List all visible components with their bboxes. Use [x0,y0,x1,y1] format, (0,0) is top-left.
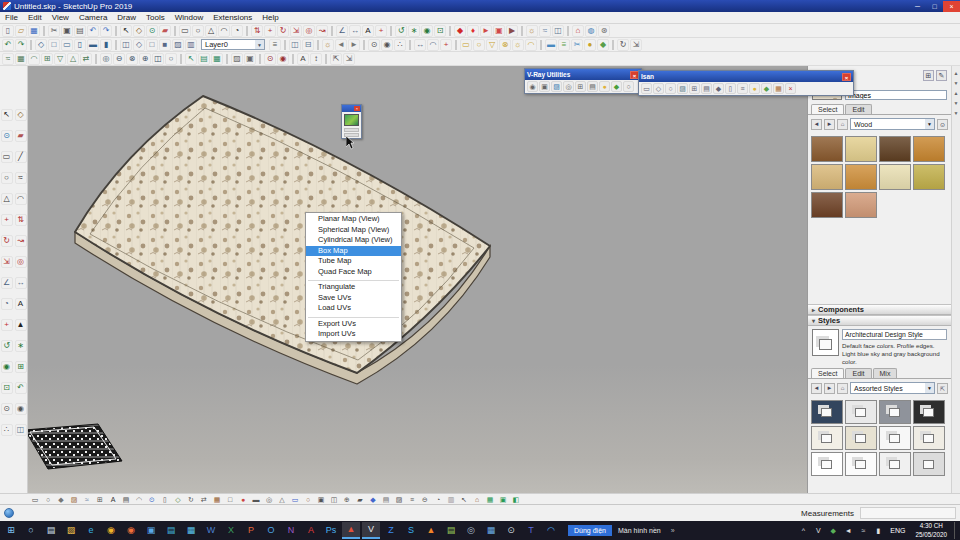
measurements-input[interactable] [860,507,956,519]
teams-icon[interactable]: T [522,522,540,539]
power-plan-label[interactable]: Dùng điện [568,525,612,536]
match-photo-icon[interactable]: ▨ [231,53,243,65]
scroll-up-icon[interactable]: ▲ [954,70,959,76]
menu-item[interactable]: File [0,13,23,22]
style-thumb-2[interactable] [845,400,877,424]
style-thumb-1[interactable] [811,400,843,424]
dock-tool-icon[interactable]: ↖ [459,494,469,504]
vray-utilities-icon-2[interactable]: ▣ [539,81,550,92]
back-view-icon[interactable]: ▬ [87,39,99,51]
firefox-icon[interactable]: ◉ [122,522,140,539]
dock-tool-icon[interactable]: ⇄ [199,494,209,504]
protractor-icon[interactable]: ◠ [427,39,439,51]
freehand-tool-icon[interactable]: ≈ [15,172,27,184]
isan-icon-7[interactable]: ◆ [713,83,724,94]
outlook-icon[interactable]: O [262,522,280,539]
context-menu-item[interactable]: Import UVs [306,329,401,340]
onenote-icon[interactable]: N [282,522,300,539]
chevron-down-icon[interactable]: ▾ [812,317,815,324]
section-cut-icon[interactable]: ⊟ [302,39,314,51]
components-section-header[interactable]: ▸ Components [808,304,951,315]
wood-swatch-light[interactable] [845,136,877,162]
export-icon[interactable]: ⇲ [343,53,355,65]
make-component-icon[interactable]: ◇ [133,25,145,37]
axes-icon[interactable]: + [1,319,13,331]
vray-omni-light-icon[interactable]: ☼ [512,39,524,51]
protractor-icon[interactable]: ◔ [1,298,13,310]
orbit-icon[interactable]: ↺ [395,25,407,37]
preferences-icon[interactable]: ⊛ [598,25,610,37]
iso-view-icon[interactable]: ◇ [35,39,47,51]
next-view-icon[interactable]: ↷ [15,39,27,51]
dock-tool-icon[interactable]: ⊙ [147,494,157,504]
menu-item[interactable]: Edit [23,13,47,22]
clock[interactable]: 4:30 CH 25/05/2020 [911,522,951,538]
isan-icon-4[interactable]: ▨ [677,83,688,94]
dimensions-icon[interactable]: ↕ [310,53,322,65]
pan-tool-icon[interactable]: ∗ [15,340,27,352]
dock-tool-icon[interactable]: ▥ [446,494,456,504]
select-tool-icon[interactable]: ↖ [120,25,132,37]
vray-sphere-light-icon[interactable]: ○ [473,39,485,51]
dock-tool-icon[interactable]: ▭ [290,494,300,504]
dock-tool-icon[interactable]: ◠ [134,494,144,504]
rotate-icon[interactable]: ↻ [277,25,289,37]
dock-tool-icon[interactable]: ≈ [82,494,92,504]
eraser-tool-icon[interactable]: ▰ [159,25,171,37]
position-camera-icon[interactable]: ⊙ [1,403,13,415]
dock-tool-icon[interactable]: ▤ [381,494,391,504]
styles-tab-edit[interactable]: Edit [845,368,871,378]
open-icon[interactable]: ▱ [15,25,27,37]
menu-item[interactable]: Help [257,13,283,22]
push-pull-tool-icon[interactable]: ⇅ [15,214,27,226]
notepad-icon[interactable]: ▤ [442,522,460,539]
show-desktop-button[interactable] [954,522,958,539]
dock-tool-icon[interactable]: □ [225,494,235,504]
vray-utilities-titlebar[interactable]: V-Ray Utilities × [525,69,641,80]
chevron-down-icon[interactable]: ▼ [925,119,934,129]
isan-icon-6[interactable]: ▤ [701,83,712,94]
isan-icon-12[interactable]: ▦ [773,83,784,94]
scroll-down-icon[interactable]: ▼ [954,100,959,106]
vray-proxy-icon[interactable]: ◆ [597,39,609,51]
wood-swatch-walnut[interactable] [811,192,843,218]
vray-utilities-icon-8[interactable]: ◆ [611,81,622,92]
walk-icon[interactable]: ∴ [1,424,13,436]
wood-swatch-orange[interactable] [913,136,945,162]
photos-icon[interactable]: ▣ [142,522,160,539]
context-menu-item[interactable]: Save UVs [306,293,401,304]
move-tool-icon[interactable]: + [1,214,13,226]
dock-tool-icon[interactable]: ▬ [251,494,261,504]
style-thumb-11[interactable] [879,452,911,476]
3d-text-icon[interactable]: ▲ [15,319,27,331]
pan-icon[interactable]: ∗ [408,25,420,37]
vray-infinite-plane-icon[interactable]: ▬ [545,39,557,51]
volume-icon[interactable]: ◄ [842,522,854,539]
solid-intersect-icon[interactable]: ⊕ [139,53,151,65]
pie-tool-icon[interactable]: ◔ [231,25,243,37]
isan-icon-2[interactable]: ◇ [653,83,664,94]
detach-icon[interactable]: ⇱ [937,383,948,394]
vray-clipper-icon[interactable]: ✂ [571,39,583,51]
circle-tool-icon[interactable]: ○ [1,172,13,184]
shadow-later-icon[interactable]: ► [348,39,360,51]
look-around-icon[interactable]: ◉ [15,403,27,415]
isan-icon-1[interactable]: ▭ [641,83,652,94]
walk-icon[interactable]: ∴ [394,39,406,51]
dock-tool-icon[interactable]: A [108,494,118,504]
shield-icon[interactable]: ◆ [827,522,839,539]
photoshop-icon[interactable]: Ps [322,522,340,539]
menu-item[interactable]: Camera [74,13,112,22]
material-name-input[interactable] [845,90,947,100]
dock-tool-icon[interactable]: ▦ [485,494,495,504]
task-view-icon[interactable]: ▤ [42,522,60,539]
offset-tool-icon[interactable]: ◎ [15,256,27,268]
context-menu-item[interactable]: Export UVs [306,319,401,330]
sketchup-icon[interactable]: ▲ [342,522,360,539]
rectangle-tool-icon[interactable]: ▭ [1,151,13,163]
section-display-icon[interactable]: ◫ [289,39,301,51]
dock-tool-icon[interactable]: ▯ [160,494,170,504]
materials-collection-dropdown[interactable]: Wood ▼ [850,118,935,130]
context-menu-item[interactable]: Spherical Map (View) [306,225,401,236]
tray-chevron-icon[interactable]: ^ [797,522,809,539]
